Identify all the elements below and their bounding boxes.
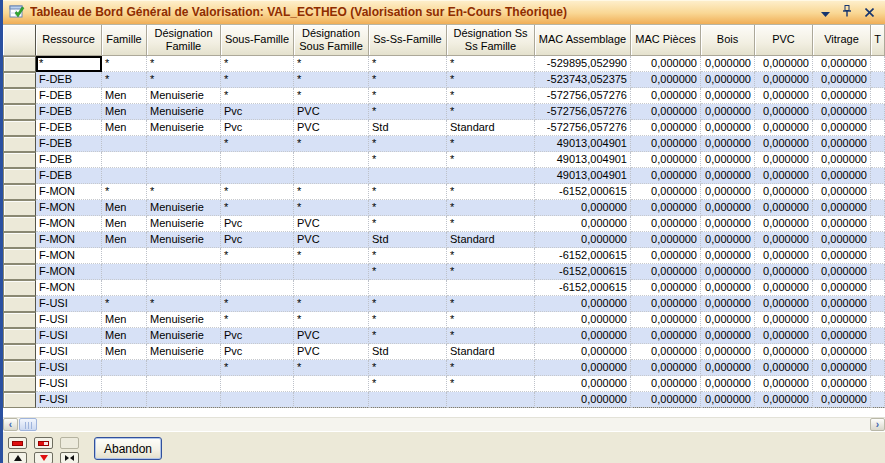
cell[interactable]: * — [294, 56, 369, 72]
cell[interactable]: * — [369, 312, 447, 328]
cell[interactable]: * — [294, 296, 369, 312]
cell[interactable]: 0,000000 — [535, 200, 631, 216]
cell[interactable]: 0,000000 — [535, 360, 631, 376]
cell[interactable] — [102, 392, 147, 408]
cell[interactable]: 0,000000 — [701, 168, 755, 184]
cell[interactable]: 0,000000 — [813, 136, 871, 152]
column-header-ressource[interactable]: Ressource — [36, 25, 102, 56]
row-selector[interactable] — [3, 232, 36, 248]
header-corner-cell[interactable] — [3, 25, 36, 56]
cell[interactable]: 0,000000 — [701, 328, 755, 344]
cell[interactable] — [294, 264, 369, 280]
cell[interactable]: * — [147, 72, 221, 88]
cell[interactable]: * — [221, 184, 294, 200]
cell[interactable]: 0,000000 — [701, 312, 755, 328]
cell[interactable]: -6152,000615 — [535, 280, 631, 296]
cell[interactable]: * — [447, 360, 535, 376]
cell[interactable]: 0,000000 — [755, 264, 813, 280]
cell[interactable]: * — [447, 248, 535, 264]
cell[interactable]: * — [369, 264, 447, 280]
row-selector[interactable] — [3, 184, 36, 200]
cell[interactable]: * — [147, 184, 221, 200]
scroll-left-button[interactable]: ‹ — [3, 418, 18, 431]
cell[interactable] — [447, 280, 535, 296]
cell[interactable]: 0,000000 — [701, 344, 755, 360]
cell[interactable]: F-MON — [36, 280, 102, 296]
cell[interactable]: 0,000000 — [631, 168, 701, 184]
cell[interactable]: Std — [369, 344, 447, 360]
cell[interactable]: 0,000000 — [813, 232, 871, 248]
cell[interactable] — [871, 360, 885, 376]
scroll-right-button[interactable]: › — [870, 418, 885, 431]
cell[interactable] — [102, 136, 147, 152]
row-selector[interactable] — [3, 88, 36, 104]
cell[interactable]: F-MON — [36, 216, 102, 232]
cell[interactable]: 0,000000 — [755, 88, 813, 104]
cell[interactable]: * — [369, 184, 447, 200]
cell[interactable]: 0,000000 — [755, 312, 813, 328]
cell[interactable]: 0,000000 — [701, 184, 755, 200]
cell[interactable]: 0,000000 — [631, 184, 701, 200]
cell[interactable]: 49013,004901 — [535, 136, 631, 152]
cell[interactable]: * — [369, 152, 447, 168]
cell[interactable]: 0,000000 — [535, 328, 631, 344]
cell[interactable]: Men — [102, 232, 147, 248]
cell[interactable]: 0,000000 — [631, 280, 701, 296]
cell[interactable]: 0,000000 — [701, 152, 755, 168]
cell[interactable]: 0,000000 — [535, 376, 631, 392]
cell[interactable]: F-MON — [36, 232, 102, 248]
row-selector[interactable] — [3, 120, 36, 136]
cell[interactable]: 0,000000 — [755, 168, 813, 184]
cell[interactable]: 0,000000 — [813, 312, 871, 328]
close-button[interactable] — [861, 4, 877, 20]
cell[interactable] — [294, 152, 369, 168]
cell[interactable]: 0,000000 — [755, 72, 813, 88]
cell[interactable]: 0,000000 — [813, 376, 871, 392]
column-header-sous-famille[interactable]: Sous-Famille — [221, 25, 294, 56]
cell[interactable]: F-DEB — [36, 104, 102, 120]
cell[interactable]: * — [294, 200, 369, 216]
cell[interactable]: * — [221, 312, 294, 328]
row-selector[interactable] — [3, 312, 36, 328]
cell[interactable]: Men — [102, 216, 147, 232]
cell[interactable]: * — [221, 360, 294, 376]
cell[interactable]: 0,000000 — [631, 136, 701, 152]
cell[interactable]: * — [221, 200, 294, 216]
cell[interactable]: Pvc — [221, 120, 294, 136]
cell[interactable]: 0,000000 — [701, 56, 755, 72]
cell[interactable]: F-MON — [36, 200, 102, 216]
cell[interactable] — [147, 168, 221, 184]
cell[interactable] — [147, 248, 221, 264]
cell[interactable] — [221, 168, 294, 184]
cell[interactable]: * — [447, 88, 535, 104]
cell[interactable]: 0,000000 — [813, 328, 871, 344]
row-selector[interactable] — [3, 136, 36, 152]
cell[interactable]: 0,000000 — [701, 200, 755, 216]
cell[interactable]: * — [294, 360, 369, 376]
cell[interactable]: F-DEB — [36, 136, 102, 152]
cell[interactable] — [447, 168, 535, 184]
cell[interactable]: 0,000000 — [631, 312, 701, 328]
cell[interactable] — [102, 152, 147, 168]
cell[interactable]: * — [147, 56, 221, 72]
cell[interactable]: 0,000000 — [701, 360, 755, 376]
titlebar[interactable]: Tableau de Bord Général de Valorisation:… — [3, 0, 885, 24]
cell[interactable]: 0,000000 — [755, 200, 813, 216]
cell[interactable]: Menuiserie — [147, 328, 221, 344]
cell[interactable]: 0,000000 — [631, 296, 701, 312]
row-selector[interactable] — [3, 360, 36, 376]
cell[interactable]: F-USI — [36, 312, 102, 328]
cell[interactable]: Men — [102, 200, 147, 216]
cell[interactable]: F-DEB — [36, 120, 102, 136]
cell[interactable]: * — [221, 56, 294, 72]
cell[interactable]: 0,000000 — [755, 392, 813, 408]
cell[interactable]: * — [147, 296, 221, 312]
cell[interactable]: 0,000000 — [755, 248, 813, 264]
cell[interactable]: 0,000000 — [813, 152, 871, 168]
cell[interactable] — [871, 200, 885, 216]
column-header-mac-pi-ces[interactable]: MAC Pièces — [631, 25, 701, 56]
cell[interactable]: PVC — [294, 120, 369, 136]
pin-button[interactable] — [839, 4, 855, 20]
column-header-famille[interactable]: Famille — [102, 25, 147, 56]
row-selector[interactable] — [3, 168, 36, 184]
